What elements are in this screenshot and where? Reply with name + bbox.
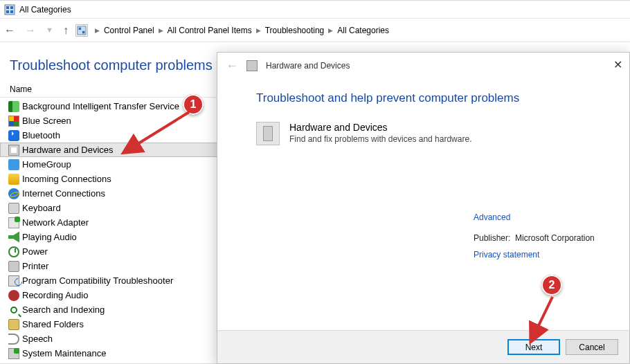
control-panel-icon (4, 4, 15, 15)
list-item-label: Printer (22, 261, 48, 271)
wizard-titlebar: ← Hardware and Devices ✕ (217, 53, 629, 79)
nav-forward-button[interactable]: → (25, 25, 36, 36)
list-item-label: Recording Audio (22, 290, 88, 300)
print-icon (8, 261, 19, 272)
svg-rect-6 (79, 27, 82, 30)
shared-icon (8, 319, 19, 330)
nav-back-button[interactable]: ← (4, 25, 15, 36)
publisher-line: Publisher: Microsoft Corporation (474, 233, 595, 243)
maint-icon (8, 348, 19, 359)
bt-icon (8, 130, 19, 141)
wizard-back-button[interactable]: ← (226, 59, 238, 73)
nav-up-button[interactable]: ↑ (63, 25, 69, 36)
svg-rect-2 (10, 6, 13, 9)
search-icon (8, 304, 19, 316)
window-title: All Categories (19, 5, 71, 15)
list-item-label: Incoming Connections (22, 174, 111, 184)
list-item-label: Playing Audio (22, 232, 77, 242)
crumb-all-categories[interactable]: All Categories (337, 26, 389, 35)
close-button[interactable]: ✕ (613, 58, 622, 71)
ie-icon (8, 188, 19, 199)
list-item-label: Power (22, 246, 48, 257)
svg-line-9 (532, 297, 552, 340)
svg-rect-4 (10, 10, 13, 13)
wizard-troubleshooter-item[interactable]: Hardware and Devices Find and fix proble… (256, 122, 609, 145)
list-item-label: Internet Connections (22, 188, 105, 199)
navigation-bar: ← → ▼ ↑ ▶ Control Panel ▶ All Control Pa… (0, 19, 630, 42)
chevron-right-icon: ▶ (95, 27, 100, 34)
list-item-label: Shared Folders (22, 319, 84, 329)
bits-icon (8, 101, 19, 112)
wizard-icon (246, 60, 258, 71)
wizard-item-title: Hardware and Devices (289, 122, 471, 133)
list-item-label: Search and Indexing (22, 304, 105, 315)
publisher-label: Publisher: (474, 233, 510, 243)
hg-icon (8, 159, 19, 170)
troubleshooter-wizard: ← Hardware and Devices ✕ Troubleshoot an… (217, 52, 630, 364)
nav-recent-button[interactable]: ▼ (46, 26, 53, 34)
annotation-arrow-2 (528, 294, 566, 349)
publisher-value: Microsoft Corporation (515, 233, 595, 243)
audio-icon (8, 232, 19, 243)
list-item-label: Speech (22, 334, 53, 344)
advanced-link[interactable]: Advanced (474, 212, 595, 222)
svg-rect-7 (82, 30, 85, 33)
hardware-icon (256, 122, 280, 145)
annotation-arrow-1 (120, 109, 199, 161)
list-item-label: Program Compatibility Troubleshooter (22, 275, 173, 286)
wizard-footer: Next Cancel (217, 330, 629, 363)
list-item-label: Keyboard (22, 203, 61, 213)
wizard-item-description: Find and fix problems with devices and h… (289, 134, 471, 144)
rec-icon (8, 290, 19, 301)
crumb-all-items[interactable]: All Control Panel Items (168, 26, 252, 35)
bsod-icon (8, 116, 19, 127)
list-item-label: Network Adapter (22, 217, 89, 228)
list-item-label: Bluetooth (22, 130, 60, 140)
cancel-button[interactable]: Cancel (566, 339, 618, 355)
speech-icon (8, 334, 19, 345)
hw-icon (8, 145, 19, 156)
kb-icon (8, 203, 19, 214)
chevron-right-icon: ▶ (328, 27, 333, 34)
breadcrumb: ▶ Control Panel ▶ All Control Panel Item… (95, 26, 389, 35)
wizard-heading: Troubleshoot and help prevent computer p… (256, 91, 609, 105)
list-item-label: HomeGroup (22, 159, 71, 170)
list-item-label: Blue Screen (22, 116, 71, 126)
crumb-control-panel[interactable]: Control Panel (104, 26, 154, 35)
list-item-label: Hardware and Devices (22, 145, 114, 155)
compat-icon (8, 275, 19, 286)
wizard-title: Hardware and Devices (266, 61, 350, 71)
list-item-label: System Maintenance (22, 348, 106, 358)
inc-icon (8, 174, 19, 185)
svg-line-8 (125, 112, 189, 152)
privacy-link[interactable]: Privacy statement (474, 250, 595, 260)
titlebar: All Categories (0, 1, 630, 19)
net-icon (8, 217, 19, 228)
crumb-troubleshooting[interactable]: Troubleshooting (265, 26, 325, 35)
address-bar-icon[interactable] (75, 24, 88, 37)
chevron-right-icon: ▶ (256, 27, 261, 34)
svg-rect-3 (6, 10, 9, 13)
power-icon (8, 246, 19, 257)
chevron-right-icon: ▶ (159, 27, 163, 34)
svg-rect-1 (6, 6, 9, 9)
